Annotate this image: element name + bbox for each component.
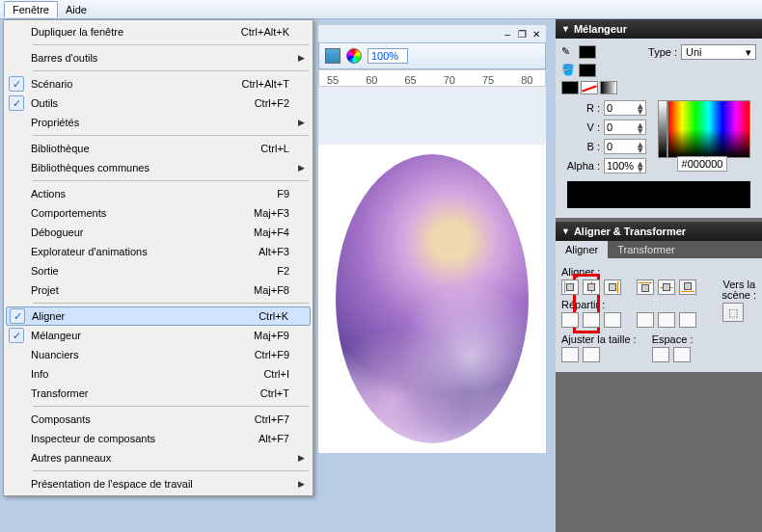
alpha-field[interactable]: 100%▴▾ [604,158,646,173]
artwork-image [336,154,529,443]
document-titlebar: – ❐ ✕ [318,25,546,42]
workspace: – ❐ ✕ 100% 556065707580859095 [314,21,550,532]
align-hcenter-icon[interactable] [583,279,600,295]
hex-field[interactable]: #000000 [677,156,728,172]
collapse-triangle-icon: ▼ [561,226,570,236]
match-width-icon[interactable] [561,347,579,362]
check-icon: ✓ [10,308,25,324]
distribute-vcenter-icon[interactable] [583,312,600,328]
b-label: B : [561,141,600,152]
black-swatch-icon[interactable] [561,81,579,94]
color-preview [567,181,750,208]
clapper-icon[interactable] [325,48,340,64]
bucket-icon[interactable]: 🪣 [561,64,575,77]
menu-comportements[interactable]: ComportementsMaj+F3 [6,203,311,223]
stage-canvas[interactable] [318,145,546,453]
submenu-arrow-icon: ▶ [298,53,305,63]
distribute-hcenter-icon[interactable] [658,312,675,328]
brightness-slider[interactable] [658,100,667,158]
distribute-bottom-icon[interactable] [604,312,621,328]
zoom-field[interactable]: 100% [367,48,408,64]
align-vcenter-icon[interactable] [658,279,675,295]
menu-melangeur[interactable]: ✓MélangeurMaj+F9 [6,326,311,345]
type-label: Type : [648,46,677,58]
to-stage-label: Vers la scène : ⬚ [722,279,756,322]
mixer-panel-header[interactable]: ▼Mélangeur [556,19,762,39]
timeline-ruler[interactable]: 556065707580859095 [318,69,546,87]
menu-nuanciers[interactable]: NuanciersCtrl+F9 [6,345,311,364]
b-field[interactable]: 0▴▾ [604,139,646,154]
v-field[interactable]: 0▴▾ [604,120,646,135]
to-stage-button[interactable]: ⬚ [722,303,744,322]
menu-proprietes[interactable]: Propriétés▶ [6,113,311,132]
menu-aligner[interactable]: ✓AlignerCtrl+K [6,306,311,326]
check-icon: ✓ [9,95,24,111]
color-spectrum[interactable] [667,100,750,158]
document-window: – ❐ ✕ 100% 556065707580859095 [318,25,546,453]
tab-aligner[interactable]: Aligner [556,241,608,258]
menu-bibliotheque[interactable]: BibliothèqueCtrl+L [6,139,311,158]
align-top-icon[interactable] [637,279,654,295]
submenu-arrow-icon: ▶ [298,163,305,173]
match-size-label: Ajuster la taille : [561,333,637,345]
menu-barres-outils[interactable]: Barres d'outils▶ [6,48,311,67]
palette-icon[interactable] [346,48,362,64]
menu-outils[interactable]: ✓OutilsCtrl+F2 [6,93,311,113]
match-height-icon[interactable] [583,347,600,362]
tab-transformer[interactable]: Transformer [608,241,685,258]
menu-sortie[interactable]: SortieF2 [6,261,311,280]
submenu-arrow-icon: ▶ [298,453,305,463]
fenetre-dropdown: Dupliquer la fenêtreCtrl+Alt+K Barres d'… [3,19,313,496]
swap-colors-icon[interactable] [600,81,617,94]
fill-swatch[interactable] [579,64,596,77]
submenu-arrow-icon: ▶ [298,118,305,127]
menu-explorateur-animations[interactable]: Explorateur d'animationsAlt+F3 [6,242,311,261]
distribute-top-icon[interactable] [561,312,579,328]
chevron-down-icon: ▾ [746,46,751,59]
align-transform-panel: ▼Aligner & Transformer Aligner Transform… [556,222,762,372]
menu-fenetre[interactable]: Fenêtre [4,1,58,17]
menu-debogueur[interactable]: DébogueurMaj+F4 [6,223,311,242]
check-icon: ✓ [9,328,24,343]
stage-icon: ⬚ [728,307,738,318]
menu-presentation-espace[interactable]: Présentation de l'espace de travail▶ [6,474,311,493]
align-right-icon[interactable] [604,279,621,295]
restore-icon[interactable]: ❐ [516,28,528,40]
menu-bibliotheques-communes[interactable]: Bibliothèques communes▶ [6,158,311,177]
v-label: V : [561,121,600,133]
menu-scenario[interactable]: ✓ScénarioCtrl+Alt+T [6,74,311,93]
menu-dupliquer-fenetre[interactable]: Dupliquer la fenêtreCtrl+Alt+K [6,22,311,41]
space-vertical-icon[interactable] [652,347,669,362]
space-label: Espace : [652,333,694,345]
mixer-panel: ▼Mélangeur ✎ Type : Uni▾ 🪣 R :0▴▾ [556,19,762,218]
align-panel-header[interactable]: ▼Aligner & Transformer [556,222,762,241]
minimize-icon[interactable]: – [502,28,513,40]
r-field[interactable]: 0▴▾ [604,100,646,116]
pencil-icon[interactable]: ✎ [561,45,575,59]
menu-autres-panneaux[interactable]: Autres panneaux▶ [6,448,311,467]
menu-transformer[interactable]: TransformerCtrl+T [6,384,311,403]
align-bottom-icon[interactable] [679,279,696,295]
menu-info[interactable]: InfoCtrl+I [6,364,311,384]
menubar: Fenêtre Aide [0,0,762,19]
collapse-triangle-icon: ▼ [561,24,570,34]
alpha-label: Alpha : [561,160,600,172]
menu-actions[interactable]: ActionsF9 [6,184,311,203]
distribute-right-icon[interactable] [679,312,696,328]
distribute-left-icon[interactable] [637,312,654,328]
close-icon[interactable]: ✕ [531,28,542,40]
r-label: R : [561,102,600,114]
submenu-arrow-icon: ▶ [298,479,305,489]
align-left-icon[interactable] [561,279,579,295]
type-select[interactable]: Uni▾ [681,44,756,60]
menu-composants[interactable]: ComposantsCtrl+F7 [6,410,311,429]
document-toolbar: 100% [318,42,546,69]
check-icon: ✓ [9,76,24,92]
no-color-icon[interactable] [581,81,598,94]
menu-projet[interactable]: ProjetMaj+F8 [6,280,311,300]
panel-column: ▼Mélangeur ✎ Type : Uni▾ 🪣 R :0▴▾ [556,19,762,532]
menu-aide[interactable]: Aide [58,2,95,17]
menu-inspecteur-composants[interactable]: Inspecteur de composantsAlt+F7 [6,429,311,448]
space-horizontal-icon[interactable] [673,347,691,362]
stroke-swatch[interactable] [579,45,596,59]
